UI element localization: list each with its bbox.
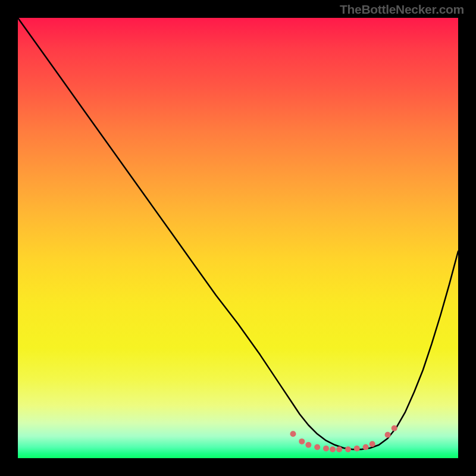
marker-dot — [330, 446, 336, 452]
marker-dot — [305, 442, 311, 448]
marker-dot — [369, 441, 375, 447]
marker-dot — [354, 446, 360, 452]
marker-dot — [290, 431, 296, 437]
chart-plot-area — [18, 18, 458, 458]
chart-container: TheBottleNecker.com — [0, 0, 476, 476]
marker-dot — [299, 439, 305, 444]
attribution-text: TheBottleNecker.com — [340, 2, 464, 17]
marker-dot — [323, 446, 329, 452]
marker-dot — [363, 444, 369, 450]
chart-dots — [18, 18, 458, 458]
marker-dot — [336, 446, 342, 452]
marker-dot — [392, 425, 397, 431]
marker-dot — [314, 444, 320, 450]
marker-dot — [385, 432, 391, 438]
marker-dot — [345, 446, 351, 452]
chart-curve — [18, 18, 458, 458]
